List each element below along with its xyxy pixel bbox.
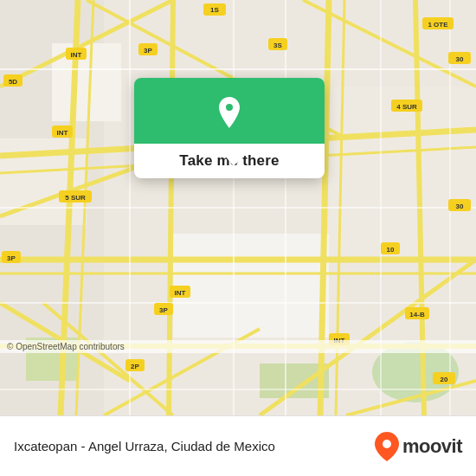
svg-text:14-B: 14-B — [409, 311, 425, 318]
svg-text:30: 30 — [456, 55, 464, 63]
svg-text:2P: 2P — [131, 363, 139, 370]
svg-text:3P: 3P — [7, 254, 16, 262]
popup-card-top — [134, 78, 325, 144]
svg-text:3S: 3S — [273, 42, 282, 49]
svg-text:10: 10 — [387, 246, 395, 254]
location-pin-icon — [210, 93, 248, 132]
map-background: 1S 3P 3S 1 OTE 4 SUR 5 SUR INT INT INT I… — [0, 0, 476, 415]
moovit-logo: moovit — [375, 432, 462, 461]
svg-text:INT: INT — [71, 51, 82, 59]
svg-text:INT: INT — [175, 289, 186, 297]
moovit-brand-text: moovit — [402, 435, 462, 458]
svg-rect-5 — [329, 87, 476, 260]
bottom-bar: Ixcateopan - Angel Urraza, Ciudad de Mex… — [0, 415, 476, 476]
svg-text:3P: 3P — [144, 47, 152, 55]
svg-text:INT: INT — [57, 129, 68, 137]
location-title: Ixcateopan - Angel Urraza, Ciudad de Mex… — [14, 439, 275, 453]
svg-text:1 OTE: 1 OTE — [428, 21, 448, 29]
popup-pointer — [223, 154, 244, 166]
svg-text:5D: 5D — [9, 78, 17, 86]
map-container: 1S 3P 3S 1 OTE 4 SUR 5 SUR INT INT INT I… — [0, 0, 476, 415]
attribution-bar: © OpenStreetMap contributors — [0, 340, 476, 353]
svg-rect-4 — [173, 234, 329, 338]
svg-text:4 SUR: 4 SUR — [396, 103, 417, 111]
svg-point-76 — [383, 440, 391, 448]
svg-text:1S: 1S — [210, 6, 219, 14]
attribution-text: © OpenStreetMap contributors — [7, 342, 125, 351]
svg-text:30: 30 — [456, 203, 464, 210]
svg-text:5 SUR: 5 SUR — [65, 194, 86, 202]
moovit-pin-icon — [375, 432, 399, 461]
svg-text:3P: 3P — [159, 306, 168, 314]
svg-text:20: 20 — [441, 376, 448, 383]
